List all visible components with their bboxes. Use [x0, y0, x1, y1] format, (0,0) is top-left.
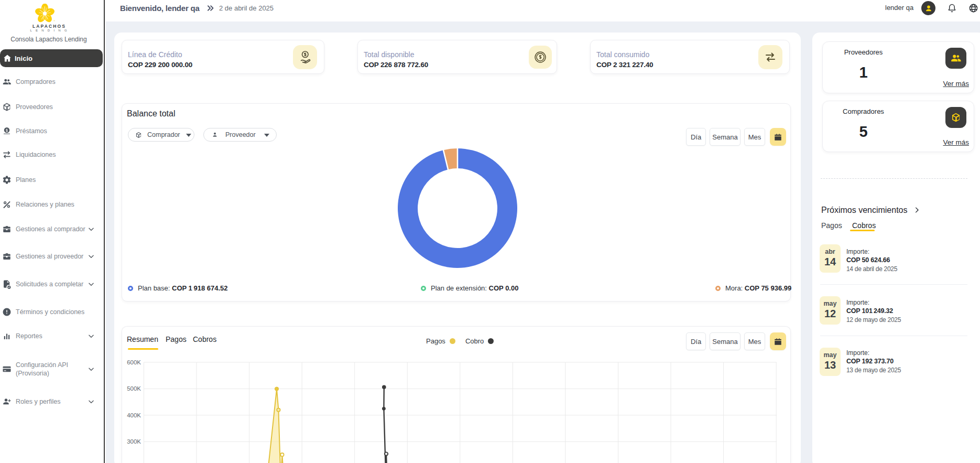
svg-text:®: ®: [53, 19, 55, 22]
svg-text:300K: 300K: [127, 438, 141, 445]
svg-text:600K: 600K: [127, 359, 141, 365]
svg-text:500K: 500K: [127, 385, 141, 392]
svg-text:400K: 400K: [127, 412, 141, 418]
